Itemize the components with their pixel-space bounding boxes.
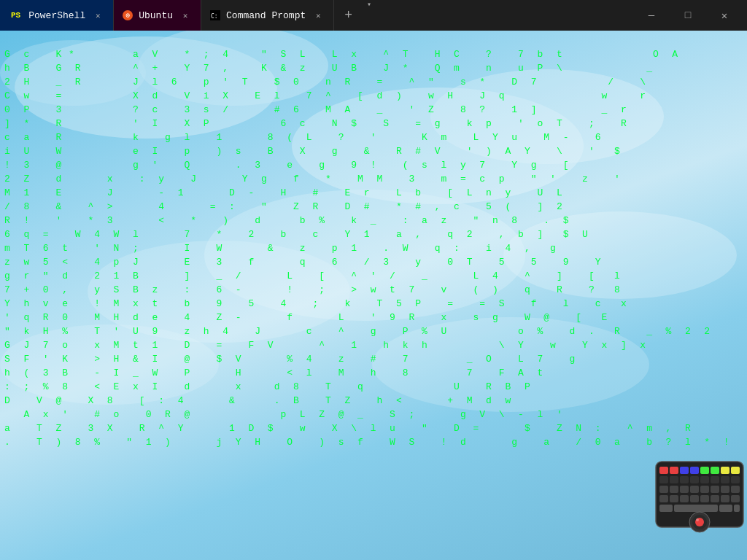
svg-rect-46 [674, 505, 718, 512]
svg-rect-21 [659, 476, 668, 483]
window-controls: — □ ✕ [629, 0, 747, 31]
svg-rect-18 [711, 467, 719, 474]
svg-rect-34 [711, 486, 719, 493]
svg-point-8 [0, 324, 219, 405]
svg-rect-40 [690, 495, 699, 502]
svg-rect-42 [711, 495, 719, 502]
svg-rect-31 [680, 486, 689, 493]
minimize-button[interactable]: — [635, 0, 668, 31]
svg-rect-44 [731, 495, 740, 502]
svg-rect-43 [721, 495, 729, 502]
close-button[interactable]: ✕ [708, 0, 741, 31]
svg-point-4 [430, 69, 664, 164]
svg-rect-16 [690, 467, 699, 474]
svg-rect-47 [719, 505, 732, 512]
svg-point-7 [503, 211, 737, 299]
svg-rect-29 [659, 486, 668, 493]
tab-powershell-close[interactable]: ✕ [91, 9, 104, 22]
tab-ubuntu[interactable]: ⊙ Ubuntu ✕ [114, 0, 201, 31]
background [0, 0, 747, 560]
powershell-icon: PS [9, 10, 23, 20]
svg-rect-30 [670, 486, 678, 493]
tab-cmd[interactable]: C: Command Prompt ✕ [201, 0, 334, 31]
svg-rect-13 [659, 467, 668, 474]
tabs-chevron[interactable]: ▾ [363, 0, 376, 31]
svg-point-9 [372, 317, 649, 412]
ubuntu-icon: ⊙ [123, 10, 133, 20]
svg-rect-27 [721, 476, 729, 483]
svg-rect-36 [731, 486, 740, 493]
tab-cmd-label: Command Prompt [226, 10, 306, 21]
titlebar-spacer [376, 0, 629, 31]
maximize-button[interactable]: □ [671, 0, 705, 31]
svg-rect-14 [670, 467, 678, 474]
tab-powershell-label: PowerShell [28, 10, 85, 21]
svg-rect-15 [680, 467, 689, 474]
svg-rect-33 [700, 486, 709, 493]
svg-rect-17 [700, 467, 709, 474]
tab-ubuntu-label: Ubuntu [139, 10, 173, 21]
svg-point-52 [696, 518, 699, 521]
svg-rect-25 [700, 476, 709, 483]
cmd-icon: C: [210, 10, 220, 20]
svg-rect-48 [734, 505, 740, 512]
svg-rect-24 [690, 476, 699, 483]
svg-text:C:: C: [211, 13, 218, 20]
svg-rect-41 [700, 495, 709, 502]
svg-rect-20 [731, 467, 740, 474]
svg-rect-28 [731, 476, 740, 483]
svg-rect-26 [711, 476, 719, 483]
svg-point-1 [139, 26, 328, 106]
svg-rect-35 [721, 486, 729, 493]
svg-rect-38 [670, 495, 678, 502]
svg-rect-32 [690, 486, 699, 493]
tab-ubuntu-close[interactable]: ✕ [179, 9, 192, 22]
svg-rect-19 [721, 467, 729, 474]
svg-rect-22 [670, 476, 678, 483]
tab-cmd-close[interactable]: ✕ [311, 9, 325, 22]
svg-rect-45 [659, 505, 673, 512]
svg-rect-39 [680, 495, 689, 502]
svg-point-2 [0, 40, 146, 106]
titlebar: PS PowerShell ✕ ⊙ Ubuntu ✕ C: Command Pr… [0, 0, 747, 31]
tab-powershell[interactable]: PS PowerShell ✕ [0, 0, 114, 31]
add-tab-button[interactable]: + [334, 0, 363, 31]
svg-rect-23 [680, 476, 689, 483]
keyboard-widget [652, 458, 747, 545]
svg-rect-37 [659, 495, 668, 502]
